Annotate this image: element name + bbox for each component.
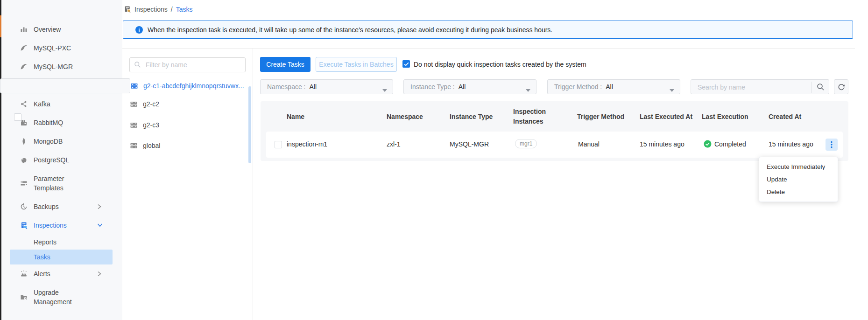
cluster-item-g2-c2[interactable]: g2-c2 (0, 98, 130, 110)
instance-type-select-value: All (459, 83, 466, 90)
sidebar-item-label: Reports (34, 238, 56, 246)
info-icon (135, 26, 143, 34)
check-circle-icon (704, 140, 712, 148)
mysql-dolphin-icon (20, 63, 28, 71)
column-header-created-at: Created At (769, 113, 801, 120)
trigger-method-select-label: Trigger Method : (554, 83, 602, 90)
sidebar-item-label: Upgrade Management (34, 288, 95, 306)
row-checkbox[interactable] (275, 141, 282, 148)
cluster-panel-divider (253, 49, 253, 320)
panel-top-border (122, 48, 855, 49)
cluster-filter-box (129, 57, 246, 72)
search-divider (812, 82, 812, 93)
namespace-select[interactable]: Namespace : All (260, 79, 393, 94)
refresh-button[interactable] (834, 79, 848, 94)
column-header-inspection-instances: Inspection Instances (513, 107, 556, 126)
table-row: inspection-m1 zxl-1 MySQL-MGR mgr1 Manua… (266, 132, 843, 158)
column-header-trigger-method: Trigger Method (577, 113, 624, 120)
row-created-at: 15 minutes ago (769, 140, 813, 148)
backups-restore-icon (20, 202, 28, 211)
cluster-item-label: g2-c2 (143, 100, 159, 108)
sidebar-item-tasks[interactable]: Tasks (10, 250, 113, 264)
instance-type-select[interactable]: Instance Type : All (403, 79, 536, 94)
sidebar-item-label: Alerts (34, 269, 95, 278)
column-header-last-executed-at: Last Executed At (640, 113, 692, 120)
chevron-right-icon (97, 271, 103, 277)
sidebar-item-alerts[interactable]: Alerts (1, 264, 122, 283)
column-header-instance-type: Instance Type (450, 113, 493, 120)
cluster-server-icon (130, 121, 138, 129)
cluster-item-global[interactable]: global (0, 140, 130, 151)
hide-quick-tasks-checkbox[interactable] (402, 60, 410, 68)
sidebar-item-backups[interactable]: Backups (1, 197, 122, 216)
execution-status: Completed (704, 140, 746, 148)
select-all-checkbox[interactable] (14, 113, 21, 121)
cluster-item-g2-c1[interactable]: g2-c1-abcdefghijklmnopqrstuvwx... (0, 78, 130, 93)
info-banner-text: When the inspection task is executed, it… (148, 26, 552, 34)
row-last-executed-at: 15 minutes ago (640, 140, 685, 148)
namespace-select-label: Namespace : (267, 83, 305, 90)
sidebar-item-label: Backups (34, 202, 95, 211)
column-header-namespace: Namespace (387, 113, 423, 120)
cluster-server-icon (130, 100, 138, 108)
menu-item-execute-immediately[interactable]: Execute Immediately (759, 160, 838, 173)
breadcrumb-separator: / (171, 6, 173, 13)
trigger-method-select[interactable]: Trigger Method : All (547, 79, 680, 94)
search-box (691, 79, 829, 94)
breadcrumb-current[interactable]: Tasks (176, 6, 193, 13)
row-trigger-method: Manual (578, 140, 600, 148)
task-name-link[interactable]: inspection-m1 (287, 140, 327, 148)
breadcrumb: Inspections / Tasks (124, 3, 193, 16)
sidebar-item-mysql-pxc[interactable]: MySQL-PXC (1, 39, 122, 57)
inspection-tasks-page: Overview MySQL-PXC MySQL-MGR Redis Kafka (0, 0, 868, 320)
inspections-doc-search-icon (20, 221, 28, 230)
sidebar-item-overview[interactable]: Overview (1, 20, 122, 39)
column-header-last-execution: Last Execution (702, 113, 748, 120)
row-actions-menu: Execute Immediately Update Delete (759, 157, 838, 202)
inspections-doc-search-icon (124, 6, 131, 13)
sidebar-item-postgresql[interactable]: PostgreSQL (1, 151, 122, 169)
search-icon (134, 61, 141, 68)
postgresql-icon (20, 156, 28, 164)
menu-item-update[interactable]: Update (759, 173, 838, 186)
cluster-item-label: g2-c1-abcdefghijklmnopqrstuvwx... (143, 82, 244, 90)
sidebar-item-inspections[interactable]: Inspections (1, 216, 122, 235)
cluster-server-icon (130, 82, 138, 90)
sidebar-item-label: Tasks (34, 253, 50, 261)
row-instance-type: MySQL-MGR (450, 140, 489, 148)
info-banner: When the inspection task is executed, it… (123, 21, 853, 39)
caret-down-icon (670, 86, 674, 93)
chevron-down-icon (97, 223, 103, 228)
trigger-method-select-value: All (606, 83, 613, 90)
caret-down-icon (526, 86, 530, 93)
namespace-select-value: All (309, 83, 317, 90)
sidebar-item-upgrade-management[interactable]: Upgrade Management (1, 283, 122, 311)
caret-down-icon (382, 86, 387, 93)
kebab-menu-icon (831, 141, 833, 148)
menu-item-delete[interactable]: Delete (759, 186, 838, 198)
refresh-icon (838, 83, 845, 90)
scrollbar-thumb[interactable] (248, 86, 251, 163)
sidebar-item-mysql-mgr[interactable]: MySQL-MGR (1, 57, 122, 76)
search-icon[interactable] (817, 83, 825, 91)
cluster-server-icon (130, 142, 138, 150)
cluster-filter-input[interactable] (145, 58, 242, 72)
sidebar-item-parameter-templates[interactable]: Parameter Templates (1, 169, 122, 197)
execute-tasks-batches-button[interactable]: Execute Tasks in Batches (316, 57, 397, 72)
sidebar-item-label: Parameter Templates (34, 174, 95, 193)
column-header-name: Name (287, 113, 304, 120)
parameter-sliders-icon (20, 179, 28, 188)
sidebar-item-reports[interactable]: Reports (1, 235, 122, 250)
cluster-item-label: global (143, 142, 160, 149)
cluster-item-label: g2-c3 (143, 121, 159, 129)
search-input[interactable] (697, 80, 811, 94)
breadcrumb-section: Inspections (134, 6, 168, 13)
sidebar-item-label: PostgreSQL (34, 155, 95, 165)
sidebar-item-label: Overview (34, 25, 95, 34)
sidebar-item-label: Inspections (34, 221, 95, 230)
sidebar-item-label: MySQL-MGR (34, 62, 95, 71)
bar-chart-icon (20, 25, 28, 34)
cluster-item-g2-c3[interactable]: g2-c3 (0, 119, 130, 131)
row-actions-button[interactable] (826, 139, 838, 151)
create-tasks-button[interactable]: Create Tasks (260, 57, 311, 72)
